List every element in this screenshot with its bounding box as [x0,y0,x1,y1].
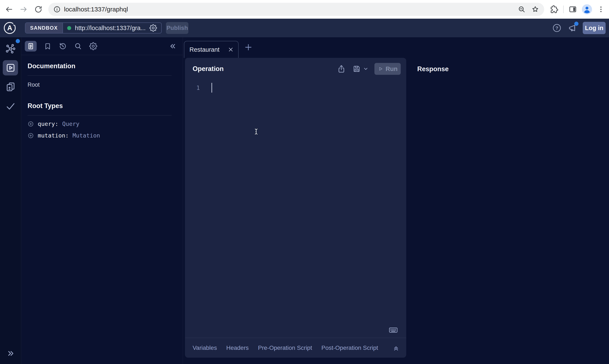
operation-card: Operation Run 1 [185,58,406,358]
apollo-logo[interactable]: A [4,22,16,34]
docs-content: Documentation Root Root Types query: Que… [21,55,183,139]
footer-tab-post-operation-script[interactable]: Post-Operation Script [322,345,378,351]
footer-tab-variables[interactable]: Variables [193,345,217,351]
collapse-up-icon[interactable] [392,344,400,352]
root-type-row-query[interactable]: query: Query [27,120,79,127]
keyboard-shortcuts-icon[interactable] [389,325,398,335]
docs-toolbar [21,37,183,55]
forward-icon[interactable] [19,5,27,13]
sidebar-item-changelog[interactable] [0,81,21,92]
publish-button[interactable]: Publish [166,22,188,34]
line-number: 1 [194,85,200,91]
search-icon[interactable] [74,42,82,50]
run-button[interactable]: Run [375,63,401,75]
extensions-icon[interactable] [550,5,558,13]
settings-gear-icon[interactable] [89,42,97,50]
text-cursor-pointer [253,125,260,138]
zoom-out-icon[interactable] [518,5,526,13]
divider [27,115,172,116]
apollo-sandbox-window: localhost:1337/graphql A SANDBOX [0,0,609,364]
bookmark-icon[interactable] [44,42,52,50]
new-tab-icon[interactable] [244,43,253,52]
code-editor-line[interactable]: 1 [185,83,406,92]
endpoint-status-dot [67,26,71,30]
operation-header: Operation Run [185,58,406,80]
operation-title: Operation [193,65,330,73]
close-tab-icon[interactable] [228,46,234,53]
operation-editor-column: Restaurant Operation [183,37,406,364]
side-panel-icon[interactable] [569,5,577,13]
refresh-icon[interactable] [34,5,42,13]
chevron-down-icon[interactable] [363,66,368,72]
tab-label: Restaurant [189,46,228,53]
editor-caret [211,83,212,92]
notification-dot [574,22,579,26]
announcements-megaphone-icon[interactable] [568,23,577,33]
history-icon[interactable] [59,42,67,50]
root-link[interactable]: Root [27,82,40,88]
browser-chrome: localhost:1337/graphql [0,0,609,19]
field-type-link[interactable]: Mutation [72,132,100,139]
docs-title: Documentation [27,62,183,70]
add-field-icon[interactable] [27,121,34,127]
schema-notification-dot [16,39,20,43]
address-bar[interactable]: localhost:1337/graphql [48,3,544,16]
info-icon[interactable] [53,6,61,13]
sidebar-item-explorer[interactable] [0,62,21,73]
endpoint-url-text[interactable]: http://localhost:1337/gra... [75,25,146,32]
root-type-row-mutation[interactable]: mutation: Mutation [27,132,100,139]
share-icon[interactable] [337,65,346,73]
endpoint-url-field[interactable]: http://localhost:1337/gra... [63,23,161,33]
sandbox-badge: SANDBOX [26,23,63,33]
add-field-icon[interactable] [27,132,34,139]
documentation-icon[interactable] [25,41,37,52]
field-name: query: [38,120,58,127]
sidebar-item-checklist[interactable] [0,101,21,112]
tab-bar: Restaurant [183,37,406,58]
back-icon[interactable] [5,5,13,13]
toolbar-divider [563,5,564,13]
login-button[interactable]: Log in [583,22,606,34]
svg-text:?: ? [555,25,558,31]
field-type-link[interactable]: Query [62,120,79,127]
collapse-panel-icon[interactable] [169,42,177,51]
url-text[interactable]: localhost:1337/graphql [64,6,518,13]
endpoint-group: SANDBOX http://localhost:1337/gra... [25,23,162,33]
response-title: Response [417,65,609,73]
documentation-panel: Documentation Root Root Types query: Que… [21,37,183,364]
tab-restaurant[interactable]: Restaurant [184,41,239,58]
sidebar-item-schema[interactable] [0,43,21,54]
expand-sidebar-icon[interactable] [0,349,21,358]
response-panel: Response [406,37,609,364]
endpoint-settings-gear-icon[interactable] [149,24,157,32]
operation-footer: Variables Headers Pre-Operation Script P… [185,338,406,358]
save-icon[interactable] [352,65,361,73]
field-name: mutation: [38,132,69,139]
kebab-menu-icon[interactable] [597,5,605,13]
footer-tab-pre-operation-script[interactable]: Pre-Operation Script [258,345,312,351]
apollo-logo-letter: A [7,24,12,32]
help-icon[interactable]: ? [552,23,561,33]
root-types-title: Root Types [27,102,183,110]
run-play-icon [378,66,383,72]
apollo-toolbar: A SANDBOX http://localhost:1337/gra... P… [0,19,609,37]
footer-tab-headers[interactable]: Headers [226,345,249,351]
run-label: Run [386,65,398,72]
profile-avatar[interactable] [582,4,593,15]
bookmark-star-icon[interactable] [531,5,539,13]
left-nav-rail [0,37,21,364]
